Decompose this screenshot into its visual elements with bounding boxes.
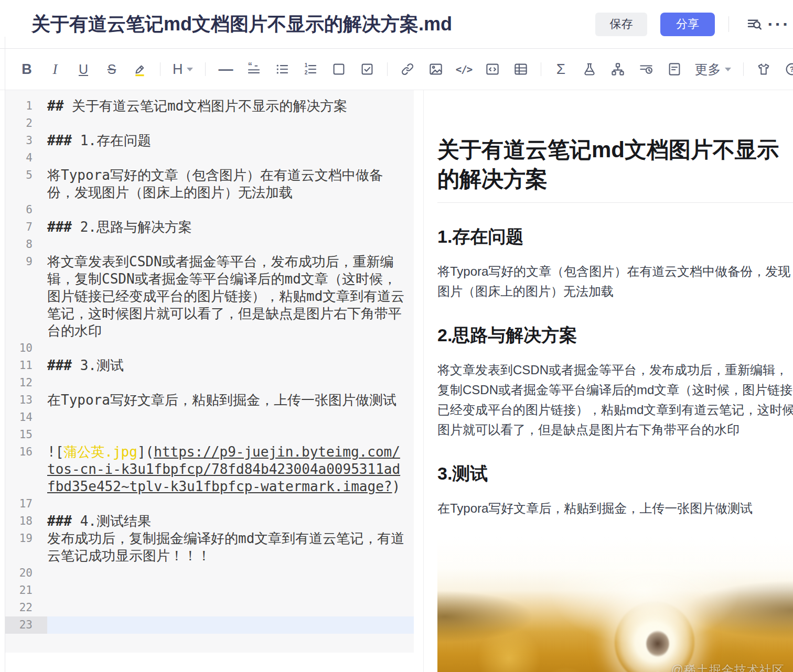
line-number: 2	[5, 115, 47, 132]
editor-line-text[interactable]: ### 4.测试结果	[47, 513, 414, 530]
editor-line-text[interactable]	[47, 374, 414, 392]
editor-line[interactable]: 19发布成功后，复制掘金编译好的md文章到有道云笔记，有道云笔记成功显示图片！！…	[5, 530, 414, 565]
editor-line[interactable]: 14	[5, 409, 414, 426]
find-in-document-icon[interactable]	[743, 12, 767, 36]
formula-icon[interactable]: Σ	[549, 58, 573, 81]
editor-line-text[interactable]: ## 关于有道云笔记md文档图片不显示的解决方案	[47, 97, 414, 115]
line-number: 1	[5, 97, 47, 115]
editor-line[interactable]: 9将文章发表到CSDN或者掘金等平台，发布成功后，重新编辑，复制CSDN或者掘金…	[5, 253, 414, 340]
editor-line-text[interactable]: 发布成功后，复制掘金编译好的md文章到有道云笔记，有道云笔记成功显示图片！！！	[47, 530, 414, 565]
line-number: 23	[5, 616, 47, 634]
editor-line-text[interactable]	[47, 201, 414, 219]
horizontal-rule-icon[interactable]: —	[213, 58, 238, 81]
line-number: 12	[5, 374, 47, 392]
flowchart-icon[interactable]	[606, 58, 630, 81]
editor-line-text[interactable]	[47, 236, 414, 253]
editor-line-text[interactable]	[47, 149, 414, 167]
line-number: 3	[5, 132, 47, 149]
line-number: 17	[5, 495, 47, 513]
editor-line-text[interactable]	[47, 495, 414, 513]
editor-line[interactable]: 1## 关于有道云笔记md文档图片不显示的解决方案	[5, 97, 414, 115]
header-divider	[728, 16, 729, 32]
checkbox-checked-icon[interactable]	[355, 58, 379, 81]
more-menu-icon[interactable]: ···	[767, 12, 791, 36]
note-editor-window: 关于有道云笔记md文档图片不显示的解决方案.md 保存 分享 ··· B I U…	[0, 0, 793, 672]
bold-icon[interactable]: B	[15, 58, 39, 81]
editor-line[interactable]: 4	[5, 149, 414, 167]
line-number: 10	[5, 340, 47, 357]
checkbox-unchecked-icon[interactable]	[327, 58, 351, 81]
line-number: 22	[5, 599, 47, 616]
editor-line[interactable]: 21	[5, 582, 414, 599]
editor-line-text[interactable]	[47, 565, 414, 582]
highlight-icon[interactable]	[128, 58, 152, 81]
editor-line[interactable]: 5将Typora写好的文章（包含图片）在有道云文档中做备份，发现图片（图床上的图…	[5, 167, 414, 201]
editor-line[interactable]: 3### 1.存在问题	[5, 132, 414, 149]
line-number: 20	[5, 565, 47, 582]
flask-icon[interactable]	[577, 58, 602, 81]
theme-icon[interactable]	[752, 58, 776, 81]
editor-line[interactable]: 11### 3.测试	[5, 357, 414, 374]
editor-line-text[interactable]: 将Typora写好的文章（包含图片）在有道云文档中做备份，发现图片（图床上的图片…	[47, 167, 414, 201]
editor-line[interactable]: 16![蒲公英.jpg](https://p9-juejin.byteimg.c…	[5, 443, 414, 495]
editor-line[interactable]: 23	[5, 616, 414, 634]
quote-icon[interactable]: “	[242, 58, 266, 81]
line-number: 7	[5, 219, 47, 236]
editor-line-text[interactable]	[47, 616, 414, 634]
preview-content: 关于有道云笔记md文档图片不显示的解决方案 1.存在问题将Typora写好的文章…	[437, 135, 793, 672]
editor-line-text[interactable]	[47, 599, 414, 616]
svg-text:2: 2	[304, 70, 307, 75]
help-icon[interactable]: ?	[780, 58, 793, 81]
link-icon[interactable]	[395, 58, 420, 81]
editor-line-text[interactable]	[47, 409, 414, 426]
document-outline-icon[interactable]	[662, 58, 687, 81]
editor-line[interactable]: 2	[5, 115, 414, 132]
preview-paragraph: 在Typora写好文章后，粘贴到掘金，上传一张图片做测试	[437, 498, 793, 518]
toolbar-divider	[743, 62, 744, 76]
editor-line[interactable]: 13在Typora写好文章后，粘贴到掘金，上传一张图片做测试	[5, 392, 414, 409]
editor-line[interactable]: 22	[5, 599, 414, 616]
editor-line[interactable]: 8	[5, 236, 414, 253]
strikethrough-icon[interactable]: S	[100, 58, 124, 81]
editor-line-text[interactable]: 将文章发表到CSDN或者掘金等平台，发布成功后，重新编辑，复制CSDN或者掘金等…	[47, 253, 414, 340]
editor-line-text[interactable]: ### 2.思路与解决方案	[47, 219, 414, 236]
preview-sections: 1.存在问题将Typora写好的文章（包含图片）在有道云文档中做备份，发现图片（…	[437, 225, 793, 518]
save-button[interactable]: 保存	[595, 13, 647, 36]
editor-line-text[interactable]: 在Typora写好文章后，粘贴到掘金，上传一张图片做测试	[47, 392, 414, 409]
code-block-icon[interactable]	[480, 58, 505, 81]
editor-line-text[interactable]	[47, 582, 414, 599]
editor-line[interactable]: 20	[5, 565, 414, 582]
svg-text:1: 1	[304, 62, 307, 68]
editor-line[interactable]: 7### 2.思路与解决方案	[5, 219, 414, 236]
editor-line[interactable]: 12	[5, 374, 414, 392]
history-list-icon[interactable]	[634, 58, 658, 81]
ordered-list-icon[interactable]: 1 2	[298, 58, 323, 81]
window-left-border	[5, 37, 5, 672]
editor-line[interactable]: 6	[5, 201, 414, 219]
toolbar-divider	[160, 62, 160, 76]
editor-line-text[interactable]: ### 1.存在问题	[47, 132, 414, 149]
pane-divider[interactable]	[414, 90, 424, 672]
bullet-list-icon[interactable]	[270, 58, 294, 81]
editor-line-text[interactable]: ### 3.测试	[47, 357, 414, 374]
editor-line[interactable]: 10	[5, 340, 414, 357]
underline-icon[interactable]: U	[71, 58, 95, 81]
more-dropdown[interactable]: 更多	[691, 58, 735, 81]
markdown-source-editor[interactable]: 1## 关于有道云笔记md文档图片不显示的解决方案23### 1.存在问题45将…	[5, 90, 414, 672]
image-icon[interactable]	[424, 58, 448, 81]
line-number: 15	[5, 426, 47, 443]
editor-line-text[interactable]: ![蒲公英.jpg](https://p9-juejin.byteimg.com…	[47, 443, 414, 495]
share-button[interactable]: 分享	[660, 13, 715, 36]
editor-line[interactable]: 18### 4.测试结果	[5, 513, 414, 530]
dandelion-image[interactable]: @稀土掘金技术社区	[437, 537, 793, 672]
editor-line[interactable]: 15	[5, 426, 414, 443]
editor-line-text[interactable]	[47, 115, 414, 132]
editor-line-text[interactable]	[47, 426, 414, 443]
table-icon[interactable]	[509, 58, 533, 81]
chevron-down-icon	[187, 68, 193, 71]
heading-dropdown[interactable]: H	[168, 58, 197, 81]
editor-line-text[interactable]	[47, 340, 414, 357]
italic-icon[interactable]: I	[43, 58, 67, 81]
inline-code-icon[interactable]: </>	[452, 58, 476, 81]
editor-line[interactable]: 17	[5, 495, 414, 513]
